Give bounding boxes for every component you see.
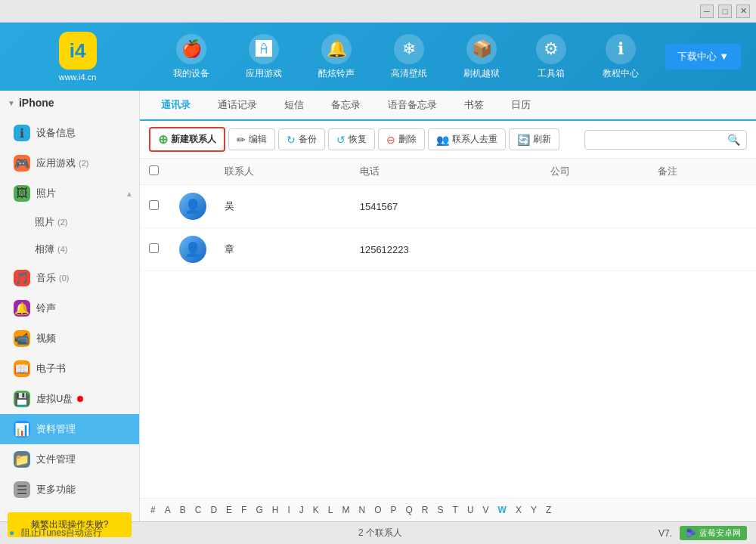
- alpha-F[interactable]: F: [238, 503, 249, 517]
- alpha-V[interactable]: V: [480, 503, 492, 517]
- alpha-A[interactable]: A: [162, 503, 174, 517]
- sidebar-item-photos[interactable]: 🖼照片▲: [0, 178, 139, 209]
- alpha-Y[interactable]: Y: [528, 503, 540, 517]
- alpha-D[interactable]: D: [207, 503, 220, 517]
- device-section[interactable]: ▼ iPhone: [0, 91, 139, 115]
- sidebar-icon-ringtone: 🔔: [14, 300, 30, 317]
- sidebar-item-app-game[interactable]: 🎮应用游戏 (2): [0, 148, 139, 178]
- edit-btn[interactable]: ✏ 编辑: [228, 128, 275, 150]
- minimize-button[interactable]: ─: [700, 5, 714, 18]
- nav-item-ringtone[interactable]: 🔔 酷炫铃声: [311, 29, 362, 85]
- row-note-2: [649, 228, 756, 271]
- close-button[interactable]: ✕: [736, 5, 750, 18]
- alpha-K[interactable]: K: [310, 503, 322, 517]
- sidebar-item-music[interactable]: 🎵音乐 (0): [0, 263, 139, 293]
- tab-call-log[interactable]: 通话记录: [204, 91, 271, 121]
- row-checkbox-1[interactable]: [149, 200, 159, 210]
- nav-item-app-game[interactable]: 🅰 应用游戏: [238, 29, 290, 85]
- alpha-#[interactable]: #: [147, 503, 159, 517]
- nav-item-jailbreak[interactable]: 📦 刷机越狱: [456, 29, 507, 85]
- tab-calendar[interactable]: 日历: [497, 91, 544, 121]
- alpha-M[interactable]: M: [339, 503, 352, 517]
- sidebar-badge-app-game: (2): [79, 159, 88, 168]
- search-box[interactable]: 🔍: [584, 130, 747, 150]
- download-btn[interactable]: 下载中心 ▼: [665, 44, 741, 70]
- alpha-C[interactable]: C: [192, 503, 205, 517]
- sidebar-badge-photos-sub: (2): [57, 218, 67, 227]
- alpha-R[interactable]: R: [419, 503, 432, 517]
- maximize-button[interactable]: □: [718, 5, 732, 18]
- row-check[interactable]: [140, 185, 170, 228]
- new-contact-btn[interactable]: ⊕ 新建联系人: [149, 127, 225, 152]
- nav-icon-ringtone: 🔔: [321, 34, 352, 64]
- alpha-O[interactable]: O: [371, 503, 384, 517]
- sidebar-item-more[interactable]: ☰更多功能: [0, 474, 139, 505]
- arrow-icon: ▼: [8, 99, 15, 107]
- edit-label: 编辑: [249, 133, 267, 146]
- sidebar-label-photos: 照片: [36, 187, 56, 200]
- select-all-checkbox[interactable]: [149, 165, 159, 175]
- status-left: ● 阻止iTunes自动运行: [9, 527, 102, 539]
- row-phone-2: 125612223: [351, 228, 542, 271]
- tab-memo[interactable]: 备忘录: [318, 91, 374, 121]
- tab-sms[interactable]: 短信: [271, 91, 318, 121]
- sidebar-item-video[interactable]: 📹视频: [0, 323, 139, 354]
- photos-expand-icon[interactable]: ▲: [125, 190, 133, 198]
- alpha-E[interactable]: E: [223, 503, 235, 517]
- sidebar-item-albums-sub[interactable]: 相簿 (4): [0, 236, 139, 263]
- alpha-Z[interactable]: Z: [543, 503, 554, 517]
- refresh-btn[interactable]: 🔄 刷新: [509, 128, 559, 150]
- new-contact-label: 新建联系人: [171, 133, 216, 146]
- dedup-label: 联系人去重: [452, 133, 497, 146]
- alpha-H[interactable]: H: [269, 503, 282, 517]
- sidebar-item-device-info[interactable]: ℹ设备信息: [0, 118, 139, 148]
- sidebar-icon-more: ☰: [14, 481, 30, 498]
- nav-icon-wallpaper: ❄: [394, 34, 424, 64]
- alpha-L[interactable]: L: [325, 503, 336, 517]
- row-checkbox-2[interactable]: [149, 243, 159, 253]
- sidebar-item-ringtone[interactable]: 🔔铃声: [0, 293, 139, 323]
- plus-icon: ⊕: [158, 132, 168, 147]
- sidebar-icon-file-mgmt: 📁: [14, 451, 30, 468]
- alpha-S[interactable]: S: [435, 503, 447, 517]
- backup-btn[interactable]: ↻ 备份: [278, 128, 325, 150]
- nav-item-toolbox[interactable]: ⚙ 工具箱: [528, 29, 574, 85]
- nav-item-wallpaper[interactable]: ❄ 高清壁纸: [383, 29, 435, 85]
- avatar-header: [170, 159, 215, 185]
- tab-bookmark[interactable]: 书签: [451, 91, 497, 121]
- nav-item-tutorial[interactable]: ℹ 教程中心: [595, 29, 646, 85]
- row-name-1: 吴: [215, 185, 351, 228]
- row-check[interactable]: [140, 228, 170, 271]
- sidebar-item-file-mgmt[interactable]: 📁文件管理: [0, 444, 139, 474]
- stop-itunes-icon: ●: [9, 527, 14, 538]
- alpha-G[interactable]: G: [253, 503, 265, 517]
- alpha-U[interactable]: U: [464, 503, 477, 517]
- table-row[interactable]: 👤 章 125612223: [140, 228, 756, 271]
- dedup-btn[interactable]: 👥 联系人去重: [428, 128, 506, 150]
- sidebar-item-data-mgmt[interactable]: 📊资料管理: [0, 414, 139, 444]
- alpha-T[interactable]: T: [450, 503, 461, 517]
- nav-item-my-device[interactable]: 🍎 我的设备: [166, 29, 217, 85]
- row-name-2: 章: [215, 228, 351, 271]
- tab-voice-memo[interactable]: 语音备忘录: [374, 91, 451, 121]
- status-center: 2 个联系人: [358, 527, 402, 539]
- sidebar-item-udisk[interactable]: 💾虚拟U盘: [0, 384, 139, 414]
- status-left-text: 阻止iTunes自动运行: [21, 527, 103, 538]
- alpha-J[interactable]: J: [296, 503, 307, 517]
- tab-contacts[interactable]: 通讯录: [147, 91, 204, 121]
- sidebar-item-photos-sub[interactable]: 照片 (2): [0, 209, 139, 236]
- alpha-Q[interactable]: Q: [403, 503, 416, 517]
- alpha-W[interactable]: W: [495, 503, 510, 517]
- sidebar-item-ebook[interactable]: 📖电子书: [0, 354, 139, 384]
- restore-btn[interactable]: ↺ 恢复: [328, 128, 375, 150]
- table-row[interactable]: 👤 吴 1541567: [140, 185, 756, 228]
- alpha-N[interactable]: N: [355, 503, 368, 517]
- delete-btn[interactable]: ⊖ 删除: [378, 128, 425, 150]
- alphabet-bar: #ABCDEFGHIJKLMNOPQRSTUVWXYZ: [140, 498, 756, 521]
- nav-label-ringtone: 酷炫铃声: [318, 67, 355, 80]
- alpha-X[interactable]: X: [513, 503, 525, 517]
- alpha-B[interactable]: B: [177, 503, 189, 517]
- alpha-P[interactable]: P: [388, 503, 400, 517]
- alpha-I[interactable]: I: [284, 503, 293, 517]
- search-input[interactable]: [591, 134, 727, 145]
